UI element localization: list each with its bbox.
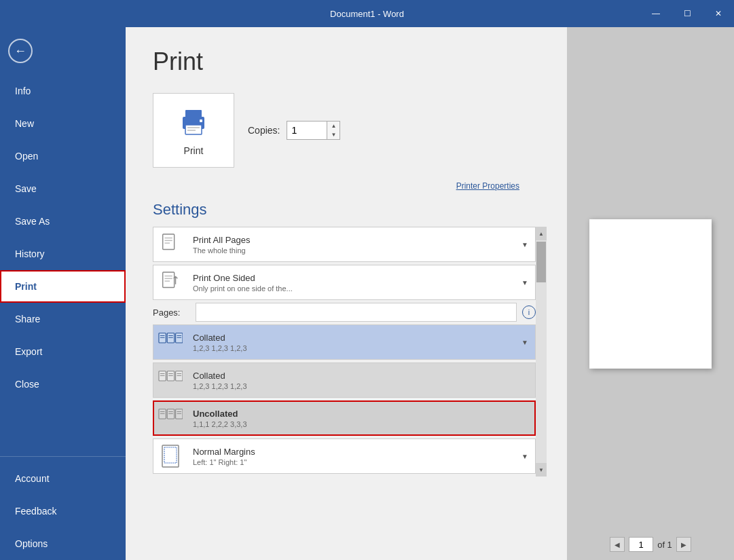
settings-title: Settings — [153, 201, 547, 219]
dropdown-icon-uncollated — [153, 401, 187, 435]
print-area: Print Pri — [126, 27, 734, 560]
settings-scroll-area: Print All Pages The whole thing ▼ Print … — [153, 227, 547, 477]
print-title: Print — [153, 48, 547, 76]
svg-rect-6 — [163, 234, 175, 250]
dropdown-arrow-collated-selected[interactable]: ▼ — [515, 325, 535, 359]
scrollbar-track: ▲ ▼ — [536, 227, 547, 477]
svg-rect-5 — [187, 130, 196, 131]
svg-rect-1 — [185, 110, 202, 119]
pages-info-icon[interactable]: i — [522, 305, 536, 319]
settings-list: Print All Pages The whole thing ▼ Print … — [153, 227, 536, 477]
sidebar-item-feedback[interactable]: Feedback — [0, 495, 126, 527]
title-bar-controls: — ☐ ✕ — [640, 0, 734, 27]
sidebar-item-save[interactable]: Save — [0, 172, 126, 205]
sidebar-divider — [0, 456, 126, 457]
dropdown-main-normal-margins: Normal Margins — [193, 447, 509, 457]
sidebar-item-export[interactable]: Export — [0, 335, 126, 368]
pages-label: Pages: — [153, 307, 190, 318]
dropdown-main-print-all-pages: Print All Pages — [193, 235, 509, 245]
dropdown-sub-uncollated: 1,1,1 2,2,2 3,3,3 — [193, 420, 530, 428]
preview-page — [589, 219, 712, 369]
dropdown-icon-collated — [153, 363, 187, 397]
scrollbar-thumb[interactable] — [536, 242, 546, 282]
back-button[interactable]: ← — [0, 27, 41, 75]
main-content: Print Pri — [126, 27, 734, 560]
dropdown-sub-print-one-sided: Only print on one side of the... — [193, 284, 509, 293]
dropdown-sub-collated-selected: 1,2,3 1,2,3 1,2,3 — [193, 344, 509, 352]
preview-page-input[interactable] — [629, 537, 653, 552]
dropdown-icon-print-all-pages — [153, 227, 187, 261]
dropdown-print-all-pages[interactable]: Print All Pages The whole thing ▼ — [153, 227, 536, 262]
dropdown-text-print-all-pages: Print All Pages The whole thing — [187, 227, 515, 261]
dropdown-icon-normal-margins — [153, 439, 187, 473]
svg-rect-3 — [200, 119, 202, 122]
copies-label: Copies: — [248, 125, 280, 136]
dropdown-sub-print-all-pages: The whole thing — [193, 246, 509, 255]
dropdown-collated[interactable]: Collated 1,2,3 1,2,3 1,2,3 — [153, 362, 536, 398]
copies-spinner: ▲ ▼ — [327, 121, 340, 140]
pages-input[interactable] — [196, 303, 517, 322]
preview-of-text: of 1 — [657, 540, 672, 550]
copies-row: Copies: ▲ ▼ — [248, 121, 340, 140]
svg-rect-42 — [162, 445, 179, 467]
print-button-row: Print Copies: ▲ ▼ — [153, 93, 547, 168]
dropdown-sub-normal-margins: Left: 1" Right: 1" — [193, 458, 509, 466]
print-button-label: Print — [184, 145, 204, 156]
copies-input-wrapper: ▲ ▼ — [287, 121, 340, 140]
dropdown-main-print-one-sided: Print One Sided — [193, 273, 509, 283]
sidebar-item-history[interactable]: History — [0, 238, 126, 270]
printer-properties-link[interactable]: Printer Properties — [153, 181, 547, 191]
minimize-button[interactable]: — — [640, 0, 672, 27]
copies-down-button[interactable]: ▼ — [327, 130, 340, 139]
print-settings-panel: Print Pri — [126, 27, 567, 560]
sidebar-item-close[interactable]: Close — [0, 368, 126, 400]
scrollbar-up-button[interactable]: ▲ — [536, 227, 547, 240]
dropdown-main-collated: Collated — [193, 371, 530, 381]
dropdown-collated-selected[interactable]: Collated 1,2,3 1,2,3 1,2,3 ▼ — [153, 324, 536, 360]
scrollbar-down-button[interactable]: ▼ — [536, 463, 547, 477]
preview-prev-button[interactable]: ◀ — [610, 537, 625, 552]
copies-input[interactable] — [287, 121, 327, 140]
sidebar-item-share[interactable]: Share — [0, 303, 126, 335]
print-button[interactable]: Print — [153, 93, 234, 168]
sidebar-item-new[interactable]: New — [0, 107, 126, 140]
dropdown-text-collated-selected: Collated 1,2,3 1,2,3 1,2,3 — [187, 325, 515, 359]
dropdown-uncollated[interactable]: Uncollated 1,1,1 2,2,2 3,3,3 — [153, 400, 536, 436]
preview-area: ◀ of 1 ▶ — [567, 27, 734, 560]
svg-rect-10 — [163, 272, 175, 288]
sidebar-item-info[interactable]: Info — [0, 75, 126, 107]
maximize-button[interactable]: ☐ — [672, 0, 703, 27]
sidebar-item-options[interactable]: Options — [0, 527, 126, 560]
dropdown-arrow-print-all-pages[interactable]: ▼ — [515, 227, 535, 261]
sidebar-item-print[interactable]: Print — [0, 270, 126, 303]
printer-icon — [177, 105, 210, 140]
dropdown-icon-print-one-sided — [153, 265, 187, 299]
pages-row: Pages: i — [153, 303, 536, 322]
dropdown-arrow-normal-margins[interactable]: ▼ — [515, 439, 535, 473]
dropdown-main-collated-selected: Collated — [193, 333, 509, 343]
svg-rect-4 — [187, 127, 200, 128]
sidebar: ← InfoNewOpenSaveSave AsHistoryPrintShar… — [0, 27, 126, 560]
dropdown-normal-margins[interactable]: Normal Margins Left: 1" Right: 1" ▼ — [153, 438, 536, 474]
preview-next-button[interactable]: ▶ — [676, 537, 691, 552]
dropdown-text-collated: Collated 1,2,3 1,2,3 1,2,3 — [187, 363, 535, 397]
dropdown-main-uncollated: Uncollated — [193, 409, 530, 419]
dropdown-icon-collated-selected — [153, 325, 187, 359]
dropdown-arrow-print-one-sided[interactable]: ▼ — [515, 265, 535, 299]
dropdown-text-normal-margins: Normal Margins Left: 1" Right: 1" — [187, 439, 515, 473]
dropdown-print-one-sided[interactable]: Print One Sided Only print on one side o… — [153, 265, 536, 300]
sidebar-item-open[interactable]: Open — [0, 140, 126, 172]
sidebar-item-account[interactable]: Account — [0, 462, 126, 495]
dropdown-text-print-one-sided: Print One Sided Only print on one side o… — [187, 265, 515, 299]
preview-nav: ◀ of 1 ▶ — [610, 537, 691, 552]
dropdown-sub-collated: 1,2,3 1,2,3 1,2,3 — [193, 382, 530, 390]
copies-up-button[interactable]: ▲ — [327, 122, 340, 130]
app-body: ← InfoNewOpenSaveSave AsHistoryPrintShar… — [0, 27, 734, 560]
dropdown-text-uncollated: Uncollated 1,1,1 2,2,2 3,3,3 — [187, 401, 535, 435]
title-bar: Document1 - Word — ☐ ✕ — [0, 0, 734, 27]
back-arrow-icon: ← — [8, 39, 33, 63]
sidebar-item-save-as[interactable]: Save As — [0, 205, 126, 238]
close-button[interactable]: ✕ — [703, 0, 734, 27]
title-bar-text: Document1 - Word — [330, 9, 404, 19]
